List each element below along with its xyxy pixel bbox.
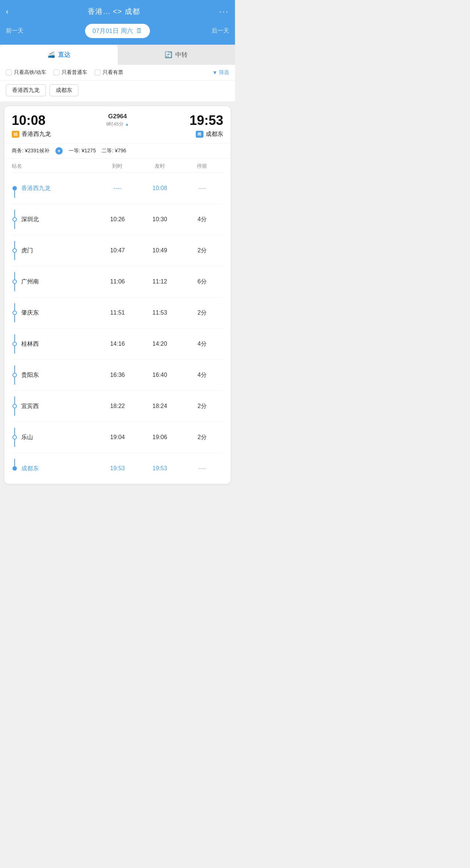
table-row: 贵阳东16:3616:404分 <box>12 360 223 391</box>
arrive-time: 18:22 <box>96 403 139 409</box>
station-name: 成都东 <box>21 465 39 472</box>
arrive-time: 10:47 <box>96 247 139 254</box>
date-label: 07月01日 周六 <box>92 27 133 35</box>
outline-dot <box>12 217 17 222</box>
arrive-station-name: 成都东 <box>206 130 223 138</box>
train-icon: 🚄 <box>47 51 55 59</box>
start-badge: 始 <box>12 131 19 138</box>
station-cell: 广州南 <box>12 272 96 291</box>
filter-highspeed[interactable]: 只看高铁/动车 <box>6 69 46 76</box>
station-cell: 乐山 <box>12 428 96 447</box>
station-cell: 贵阳东 <box>12 366 96 385</box>
add-waitlist-button[interactable]: + <box>55 147 63 155</box>
col-depart: 发时 <box>139 163 181 170</box>
filter-action-label: 筛选 <box>219 69 229 76</box>
table-header: 站名 到时 发时 停留 <box>12 159 223 173</box>
depart-time: 10:49 <box>139 247 181 254</box>
filter-normal[interactable]: 只看普通车 <box>54 69 87 76</box>
station-cell: 肇庆东 <box>12 303 96 322</box>
next-day-button[interactable]: 后一天 <box>212 27 229 35</box>
station-cell: 成都东 <box>12 459 96 478</box>
train-summary: 10:08 G2964 9时45分 ▲ 19:53 始 香港西九龙 终 成都东 <box>4 106 231 144</box>
station-name: 虎门 <box>21 247 33 255</box>
date-bar: 前一天 07月01日 周六 🗓 后一天 <box>0 21 235 45</box>
arrive-time: 19:53 <box>190 113 223 128</box>
arrive-time: 19:53 <box>96 465 139 472</box>
stops-list: 香港西九龙----10:08----深圳北10:2610:304分虎门10:47… <box>12 173 223 484</box>
date-selector[interactable]: 07月01日 周六 🗓 <box>85 24 150 38</box>
stop-duration: 4分 <box>181 340 223 348</box>
station-table: 站名 到时 发时 停留 香港西九龙----10:08----深圳北10:2610… <box>4 159 231 484</box>
arrive-station: 终 成都东 <box>196 130 223 138</box>
filter-icon: ▼ <box>212 70 217 75</box>
table-row: 乐山19:0419:062分 <box>12 422 223 453</box>
depart-time: 16:40 <box>139 372 181 378</box>
station-name: 乐山 <box>21 434 33 441</box>
station-name: 广州南 <box>21 278 39 286</box>
arrive-time: ---- <box>96 185 139 192</box>
station-name: 深圳北 <box>21 216 39 223</box>
table-row: 虎门10:4710:492分 <box>12 235 223 266</box>
table-row: 深圳北10:2610:304分 <box>12 204 223 235</box>
depart-time: 10:08 <box>139 185 181 192</box>
arrive-time: 19:04 <box>96 434 139 441</box>
stop-duration: 4分 <box>181 216 223 223</box>
filled-dot <box>12 186 17 190</box>
tab-direct[interactable]: 🚄 直达 <box>0 45 118 65</box>
train-number: G2964 <box>108 113 127 120</box>
tabs: 🚄 直达 🔄 中转 <box>0 45 235 65</box>
filter-available-label: 只看有票 <box>103 69 123 76</box>
outline-dot <box>12 279 17 284</box>
price-business: 商务: ¥2391候补 <box>12 148 49 154</box>
dest-station-tag[interactable]: 成都东 <box>49 84 78 96</box>
back-button[interactable]: ‹ <box>6 7 8 16</box>
checkbox-available[interactable] <box>95 70 100 75</box>
arrive-time: 11:06 <box>96 278 139 285</box>
checkbox-normal[interactable] <box>54 70 59 75</box>
header: ‹ 香港... <> 成都 ··· <box>0 0 235 21</box>
table-row: 肇庆东11:5111:532分 <box>12 297 223 329</box>
station-name: 桂林西 <box>21 340 39 348</box>
depart-time: 11:12 <box>139 278 181 285</box>
expand-icon[interactable]: ▲ <box>125 122 129 126</box>
filter-available[interactable]: 只看有票 <box>95 69 123 76</box>
col-station: 站名 <box>12 163 96 170</box>
filled-dot <box>12 466 17 471</box>
filter-action-button[interactable]: ▼ 筛选 <box>212 69 229 76</box>
table-row: 桂林西14:1614:204分 <box>12 329 223 360</box>
depart-time: 10:30 <box>139 216 181 223</box>
station-name: 贵阳东 <box>21 371 39 379</box>
station-cell: 桂林西 <box>12 334 96 353</box>
station-tags: 香港西九龙 成都东 <box>0 81 235 102</box>
station-name: 宜宾西 <box>21 403 39 410</box>
depart-time: 11:53 <box>139 309 181 316</box>
depart-time: 19:53 <box>139 465 181 472</box>
depart-time: 10:08 <box>12 113 45 128</box>
price-first: 一等: ¥1275 <box>69 148 96 154</box>
stop-duration: ---- <box>181 185 223 192</box>
origin-station-tag[interactable]: 香港西九龙 <box>6 84 46 96</box>
station-name: 肇庆东 <box>21 309 39 317</box>
table-row: 广州南11:0611:126分 <box>12 266 223 297</box>
outline-dot <box>12 342 17 346</box>
stop-duration: 6分 <box>181 278 223 286</box>
more-button[interactable]: ··· <box>219 7 229 16</box>
filters-bar: 只看高铁/动车 只看普通车 只看有票 ▼ 筛选 <box>0 65 235 81</box>
depart-station: 始 香港西九龙 <box>12 130 51 138</box>
end-badge: 终 <box>196 131 203 138</box>
price-second: 二等: ¥796 <box>102 148 126 154</box>
outline-dot <box>12 435 17 439</box>
tab-transfer[interactable]: 🔄 中转 <box>118 45 235 65</box>
table-row: 香港西九龙----10:08---- <box>12 173 223 204</box>
train-duration: 9时45分 ▲ <box>106 121 129 127</box>
depart-time: 18:24 <box>139 403 181 409</box>
arrive-time: 10:26 <box>96 216 139 223</box>
outline-dot <box>12 248 17 253</box>
stop-duration: 2分 <box>181 434 223 441</box>
depart-time: 19:06 <box>139 434 181 441</box>
prev-day-button[interactable]: 前一天 <box>6 27 23 35</box>
checkbox-highspeed[interactable] <box>6 70 12 75</box>
depart-station-name: 香港西九龙 <box>22 130 51 138</box>
station-name: 香港西九龙 <box>21 185 51 192</box>
station-cell: 香港西九龙 <box>12 179 96 198</box>
